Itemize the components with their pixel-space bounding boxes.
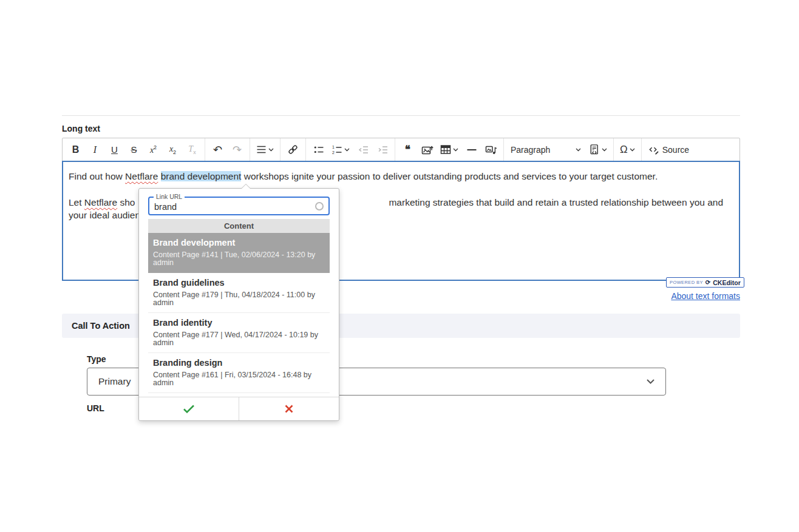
suggestion-meta: Content Page #161 | Fri, 03/15/2024 - 16… bbox=[153, 371, 325, 387]
alignment-dropdown-button[interactable] bbox=[253, 140, 277, 159]
misspelled-word: Netflare bbox=[125, 171, 158, 181]
special-character-icon: Ω bbox=[620, 144, 628, 155]
redo-button: ↷ bbox=[228, 140, 246, 159]
chevron-down-icon bbox=[344, 148, 350, 152]
outdent-button bbox=[353, 140, 372, 159]
suggestion-title: Branding design bbox=[153, 359, 325, 368]
chevron-down-icon bbox=[647, 379, 654, 384]
redo-icon: ↷ bbox=[233, 144, 242, 155]
superscript-button[interactable]: x2 bbox=[144, 140, 163, 159]
insert-media-button[interactable] bbox=[481, 140, 500, 159]
svg-text:1: 1 bbox=[332, 145, 335, 149]
powered-by-label: POWERED BY bbox=[670, 280, 703, 285]
italic-button[interactable]: I bbox=[86, 140, 104, 159]
indent-button bbox=[373, 140, 392, 159]
template-document-icon bbox=[588, 144, 600, 155]
close-icon bbox=[284, 404, 294, 414]
bold-icon: B bbox=[72, 145, 80, 155]
loading-spinner-icon bbox=[315, 202, 324, 210]
url-field-label: URL bbox=[87, 403, 104, 413]
toolbar-separator bbox=[641, 138, 642, 161]
chevron-down-icon bbox=[602, 148, 607, 152]
suggestion-item[interactable]: Brand identity Content Page #177 | Wed, … bbox=[148, 313, 330, 353]
suggestion-meta: Content Page #177 | Wed, 04/17/2024 - 10… bbox=[153, 331, 325, 347]
table-icon bbox=[440, 144, 451, 155]
source-button-label: Source bbox=[662, 145, 689, 155]
italic-icon: I bbox=[93, 145, 97, 155]
remove-format-icon: Tx bbox=[188, 144, 195, 155]
suggestion-meta: Content Page #141 | Tue, 02/06/2024 - 13… bbox=[153, 251, 325, 267]
numbered-list-icon: 12 bbox=[332, 144, 342, 155]
link-balloon-panel: Link URL Content Brand development Conte… bbox=[138, 188, 339, 421]
page: Long text B I U S x2 x2 Tx ↶ ↷ bbox=[0, 0, 799, 532]
suggestion-item[interactable]: Branding design Content Page #161 | Fri,… bbox=[148, 353, 330, 393]
checkmark-icon bbox=[183, 404, 195, 414]
long-text-field-label: Long text bbox=[62, 124, 100, 133]
link-url-label: Link URL bbox=[154, 193, 185, 200]
section-divider bbox=[62, 115, 740, 116]
balloon-action-bar bbox=[139, 397, 339, 420]
underline-button[interactable]: U bbox=[105, 140, 124, 159]
editor-toolbar: B I U S x2 x2 Tx ↶ ↷ 12 bbox=[62, 138, 740, 161]
chevron-down-icon bbox=[268, 148, 274, 152]
chevron-down-icon bbox=[576, 148, 581, 152]
about-text-formats-link[interactable]: About text formats bbox=[671, 291, 740, 301]
insert-table-dropdown-button[interactable] bbox=[437, 140, 461, 159]
link-suggestions-list: Content Brand development Content Page #… bbox=[148, 219, 330, 393]
superscript-icon: x2 bbox=[150, 144, 157, 155]
special-characters-dropdown-button[interactable]: Ω bbox=[617, 140, 638, 159]
paragraph-style-dropdown[interactable]: Paragraph bbox=[507, 140, 585, 159]
cancel-link-button[interactable] bbox=[239, 397, 339, 420]
strikethrough-button[interactable]: S bbox=[124, 140, 143, 159]
toolbar-separator bbox=[613, 138, 614, 161]
suggestion-item[interactable]: Brand development Content Page #141 | Tu… bbox=[148, 233, 330, 273]
undo-icon: ↶ bbox=[213, 144, 222, 155]
toolbar-separator bbox=[250, 138, 250, 161]
svg-text:2: 2 bbox=[332, 150, 335, 155]
link-url-field: Link URL bbox=[148, 197, 330, 215]
indent-icon bbox=[377, 145, 388, 155]
blockquote-button[interactable]: ❝ bbox=[398, 140, 417, 159]
subscript-button[interactable]: x2 bbox=[163, 140, 182, 159]
save-link-button[interactable] bbox=[139, 397, 239, 420]
toolbar-separator bbox=[395, 138, 395, 161]
align-left-icon bbox=[256, 145, 267, 154]
outdent-icon bbox=[358, 145, 369, 155]
strikethrough-icon: S bbox=[131, 145, 137, 154]
link-button[interactable] bbox=[284, 140, 302, 159]
templates-dropdown-button[interactable] bbox=[585, 140, 610, 159]
selected-text: brand development bbox=[161, 171, 242, 181]
suggestion-title: Brand identity bbox=[153, 318, 325, 328]
call-to-action-title: Call To Action bbox=[72, 321, 130, 331]
paragraph-style-value: Paragraph bbox=[511, 145, 550, 155]
numbered-list-dropdown-button[interactable]: 12 bbox=[328, 140, 353, 159]
subscript-icon: x2 bbox=[169, 144, 176, 155]
powered-by-ckeditor-badge[interactable]: POWERED BY ⟳ CKEditor bbox=[666, 277, 744, 288]
bulleted-list-button[interactable] bbox=[309, 140, 328, 159]
suggestions-group-header: Content bbox=[148, 219, 330, 233]
remove-format-button: Tx bbox=[183, 140, 202, 159]
toolbar-separator bbox=[280, 138, 280, 161]
source-button[interactable]: Source bbox=[645, 140, 692, 159]
undo-button[interactable]: ↶ bbox=[208, 140, 227, 159]
link-url-input[interactable] bbox=[149, 198, 328, 214]
toolbar-separator bbox=[305, 138, 306, 161]
type-select-value: Primary bbox=[98, 376, 131, 387]
bulleted-list-icon bbox=[313, 144, 324, 155]
horizontal-line-button[interactable] bbox=[462, 140, 481, 159]
underline-icon: U bbox=[111, 145, 118, 154]
suggestion-title: Brand guidelines bbox=[153, 278, 325, 288]
horizontal-line-icon bbox=[466, 144, 477, 155]
toolbar-separator bbox=[503, 138, 504, 161]
suggestion-item[interactable]: Brand guidelines Content Page #179 | Thu… bbox=[148, 273, 330, 313]
chevron-down-icon bbox=[630, 148, 635, 152]
ckeditor-brand-label: CKEditor bbox=[713, 279, 741, 286]
suggestion-meta: Content Page #179 | Thu, 04/18/2024 - 11… bbox=[153, 291, 325, 307]
bold-button[interactable]: B bbox=[66, 140, 85, 159]
link-icon bbox=[287, 144, 299, 155]
media-icon bbox=[485, 144, 497, 155]
insert-image-button[interactable] bbox=[418, 140, 437, 159]
ckeditor-logo-icon: ⟳ bbox=[706, 280, 710, 286]
editor-paragraph: Find out how Netflare brand development … bbox=[69, 170, 733, 183]
type-field-label: Type bbox=[87, 354, 106, 364]
